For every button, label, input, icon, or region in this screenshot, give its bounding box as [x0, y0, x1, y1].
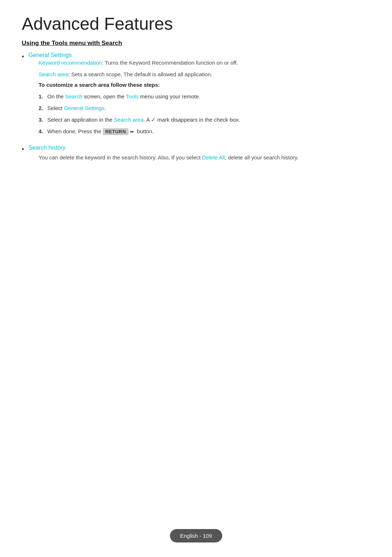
keyword-recommendation-link[interactable]: Keyword recommendation: [38, 60, 102, 66]
keyword-rec-text: : Turns the Keyword Recommendation funct…: [102, 60, 238, 66]
step-4-before: When done, Press the: [47, 128, 103, 134]
step-3-search-area-link[interactable]: Search area: [114, 117, 144, 123]
search-area-text: : Sets a search scope. The default is al…: [68, 71, 212, 77]
step-3-after: . A ✓ mark disappears in the check box.: [144, 117, 240, 123]
step-2-general-settings-link[interactable]: General Settings: [64, 105, 105, 111]
step-1-before: On the: [47, 93, 65, 99]
step-2-num: 2.: [38, 104, 47, 113]
bullet-dot-1: •: [22, 52, 24, 61]
step-1-num: 1.: [38, 92, 47, 101]
footer-page-badge: English - 109: [170, 529, 222, 542]
step-1: 1. On the Search screen, open the Tools …: [38, 92, 240, 101]
bullet-item-1: • General Settings Keyword recommendatio…: [22, 52, 370, 141]
search-area-para: Search area: Sets a search scope. The de…: [38, 70, 240, 79]
keyword-rec-para: Keyword recommendation: Turns the Keywor…: [38, 58, 240, 67]
search-history-link[interactable]: Search history: [28, 145, 65, 151]
customize-heading: To customize a search area follow these …: [38, 82, 240, 88]
step-2-text: Select General Settings.: [47, 104, 106, 113]
search-history-before: You can delete the keyword in the search…: [38, 154, 202, 160]
return-arrow-icon: ➥: [130, 129, 134, 134]
step-2-before: Select: [47, 105, 64, 111]
step-3-text: Select an application in the Search area…: [47, 115, 240, 124]
step-1-tools-link[interactable]: Tools: [126, 93, 139, 99]
step-1-search-link[interactable]: Search: [65, 93, 83, 99]
step-4-after: button.: [135, 128, 154, 134]
step-4-text: When done, Press the RETURN ➥ button.: [47, 127, 154, 136]
step-2: 2. Select General Settings.: [38, 104, 240, 113]
step-1-text: On the Search screen, open the Tools men…: [47, 92, 200, 101]
search-area-link[interactable]: Search area: [38, 71, 68, 77]
step-1-after: menu using your remote.: [139, 93, 200, 99]
bullet-list: • General Settings Keyword recommendatio…: [22, 52, 370, 162]
step-3: 3. Select an application in the Search a…: [38, 115, 240, 124]
step-4: 4. When done, Press the RETURN ➥ button.: [38, 127, 240, 136]
step-3-before: Select an application in the: [47, 117, 114, 123]
step-1-middle: screen, open the: [82, 93, 126, 99]
search-history-after: , delete all your search history.: [225, 154, 298, 160]
section-heading: Using the Tools menu with Search: [22, 40, 370, 47]
bullet-item-2: • Search history You can delete the keyw…: [22, 145, 370, 162]
delete-all-link[interactable]: Delete All: [202, 154, 225, 160]
general-settings-link[interactable]: General Settings: [28, 52, 72, 58]
steps-list: 1. On the Search screen, open the Tools …: [38, 92, 240, 136]
page-content: Advanced Features Using the Tools menu w…: [0, 0, 392, 209]
step-4-num: 4.: [38, 127, 47, 136]
step-2-after: .: [105, 105, 106, 111]
bullet-dot-2: •: [22, 145, 24, 154]
page-title: Advanced Features: [22, 15, 370, 34]
return-badge: RETURN: [103, 128, 128, 135]
general-settings-details: Keyword recommendation: Turns the Keywor…: [38, 58, 240, 79]
search-history-text: You can delete the keyword in the search…: [38, 153, 298, 162]
step-3-num: 3.: [38, 115, 47, 124]
